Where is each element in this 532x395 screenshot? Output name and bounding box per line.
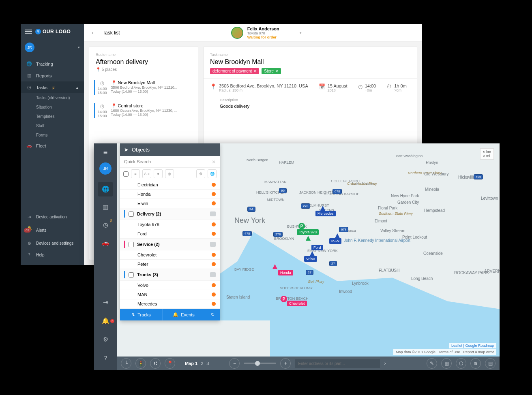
- poi-button[interactable]: ⬠: [456, 358, 466, 369]
- geofence-button[interactable]: ▦: [441, 358, 452, 369]
- object-item[interactable]: Mercedes: [120, 299, 220, 309]
- vehicle-marker[interactable]: Mercedes: [315, 211, 336, 216]
- nav-staff[interactable]: Staff: [21, 121, 84, 130]
- close-icon[interactable]: ✕: [253, 69, 257, 73]
- object-item[interactable]: Chevrolet: [120, 250, 220, 260]
- message-icon[interactable]: [210, 211, 216, 216]
- nav-tasks[interactable]: ◷Tasksβ▴: [21, 81, 84, 93]
- back-button[interactable]: ←: [90, 29, 97, 36]
- user-menu[interactable]: JR ▾: [21, 39, 84, 58]
- nav-reports[interactable]: ▥: [98, 200, 113, 214]
- map-pin[interactable]: P: [281, 296, 287, 302]
- mini-sidebar: ≡ JR 🌐 ▥ ◷β 🚗 ⇥ 🔔3 ⚙ ？: [94, 143, 117, 370]
- globe-icon[interactable]: 🌐: [208, 169, 217, 178]
- list-view-icon[interactable]: ≡: [131, 169, 140, 178]
- vehicle-marker[interactable]: Honda: [278, 270, 293, 275]
- go-icon[interactable]: ›: [384, 361, 386, 366]
- nav-settings[interactable]: ⚙: [98, 332, 113, 347]
- map-pin[interactable]: P: [298, 223, 305, 229]
- object-item[interactable]: Elwin: [120, 199, 220, 208]
- message-icon[interactable]: [210, 272, 216, 277]
- map-tab[interactable]: 3: [206, 361, 209, 366]
- route-task-item[interactable]: ◷14:0015:00 📍 Central store 1680 Ocean A…: [89, 99, 198, 122]
- nav-tracking[interactable]: 🌐Tracking: [21, 58, 84, 70]
- zoom-in-button[interactable]: +: [280, 358, 291, 369]
- vehicle-marker[interactable]: Ford: [311, 245, 323, 250]
- status-filter-icon[interactable]: ●: [154, 169, 163, 178]
- map-tab[interactable]: Map 1: [185, 361, 197, 366]
- search-input[interactable]: [120, 156, 220, 168]
- group-checkbox[interactable]: [129, 272, 134, 278]
- settings-icon[interactable]: ⚙: [196, 169, 205, 178]
- nav-alerts[interactable]: 🔔69Alerts: [21, 222, 84, 238]
- group-checkbox[interactable]: [129, 211, 134, 217]
- object-group[interactable]: Delivery (2): [120, 208, 220, 220]
- traffic-button[interactable]: 🚦: [135, 358, 146, 369]
- ruler-button[interactable]: └: [121, 358, 131, 369]
- route-label: Route name: [96, 53, 191, 57]
- object-group[interactable]: Service (2): [120, 239, 220, 250]
- tab-events[interactable]: 🔔Events: [163, 309, 205, 320]
- vehicle-marker[interactable]: MAN: [329, 238, 341, 244]
- object-item[interactable]: Ford: [120, 229, 220, 239]
- layers-button[interactable]: ≋: [470, 358, 481, 369]
- nav-device-activation[interactable]: ⇥Device activation: [21, 211, 84, 222]
- object-item[interactable]: Honda: [120, 190, 220, 199]
- draw-button[interactable]: ✎: [427, 358, 437, 369]
- map-scale: 5 km3 mi: [480, 148, 494, 160]
- map-tab[interactable]: 2: [201, 361, 203, 366]
- task-tag[interactable]: Store✕: [262, 68, 281, 74]
- message-icon[interactable]: [210, 242, 216, 247]
- desc-label: Description: [220, 98, 410, 102]
- sort-button[interactable]: A-z: [142, 169, 151, 178]
- history-button[interactable]: ↻: [205, 309, 220, 320]
- nav-device-activation[interactable]: ⇥: [98, 295, 113, 310]
- share-button[interactable]: ⑆: [150, 358, 161, 369]
- vehicle-marker[interactable]: Toyota 978: [297, 229, 319, 235]
- nav-tasks[interactable]: ◷β: [98, 218, 113, 232]
- task-tag[interactable]: deferment of payment✕: [210, 68, 259, 74]
- nav-templates[interactable]: Templates: [21, 112, 84, 121]
- vehicle-marker[interactable]: Volvo: [304, 256, 317, 262]
- close-icon[interactable]: ✕: [275, 69, 279, 73]
- menu-icon[interactable]: [25, 29, 32, 34]
- target-icon[interactable]: ◎: [165, 169, 174, 178]
- nav-fleet[interactable]: 🚗: [98, 235, 113, 250]
- clock-icon: ◷: [26, 85, 32, 90]
- nav-fleet[interactable]: 🚗Fleet: [21, 140, 84, 152]
- select-all-checkbox[interactable]: [123, 171, 129, 177]
- user-avatar[interactable]: JR: [99, 162, 112, 175]
- object-group[interactable]: Trucks (3): [120, 269, 220, 281]
- nav-forms[interactable]: Forms: [21, 130, 84, 140]
- zoom-out-button[interactable]: −: [229, 358, 240, 369]
- grid-button[interactable]: ▤: [485, 358, 496, 369]
- object-item[interactable]: MAN: [120, 290, 220, 299]
- nav-alerts[interactable]: 🔔3: [98, 314, 113, 328]
- clear-icon[interactable]: ✕: [212, 159, 216, 165]
- status-dot: [212, 262, 216, 266]
- driver-selector[interactable]: Felix Anderson Toyota 978 Waiting for or…: [231, 26, 302, 39]
- object-item[interactable]: Volvo: [120, 281, 220, 290]
- nav-situation[interactable]: Situation: [21, 102, 84, 112]
- nav-devices[interactable]: ⚙Devices and settings: [21, 238, 84, 249]
- nav-help[interactable]: ？: [98, 351, 113, 365]
- map-attribution[interactable]: Leaflet | Google Roadmap: [449, 343, 496, 348]
- pin-icon: 📍: [111, 80, 117, 85]
- nav-reports[interactable]: ▥Reports: [21, 70, 84, 81]
- map-attribution[interactable]: Map data ©2018 Google Terms of Use Repor…: [393, 349, 496, 355]
- menu-icon[interactable]: ≡: [103, 148, 108, 157]
- address-input[interactable]: [295, 359, 380, 368]
- tab-tracks[interactable]: ↯Tracks: [120, 309, 163, 320]
- group-checkbox[interactable]: [129, 242, 134, 247]
- route-task-item[interactable]: ◷14:0015:00 📍 New Brooklyn Mall 3506 Bed…: [89, 76, 198, 99]
- object-item[interactable]: Electrician: [120, 180, 220, 190]
- object-item[interactable]: Toyota 978: [120, 220, 220, 229]
- pin-button[interactable]: 📍: [165, 358, 175, 369]
- vehicle-marker[interactable]: Chevrolet: [287, 301, 307, 306]
- nav-tasks-old[interactable]: Tasks (old version): [21, 93, 84, 102]
- zoom-slider[interactable]: [244, 363, 276, 364]
- nav-tracking[interactable]: 🌐: [98, 182, 113, 196]
- nav-help[interactable]: ？Help: [21, 249, 84, 261]
- map-label: SHEEPSHEAD BAY: [280, 286, 313, 290]
- object-item[interactable]: Peter: [120, 260, 220, 269]
